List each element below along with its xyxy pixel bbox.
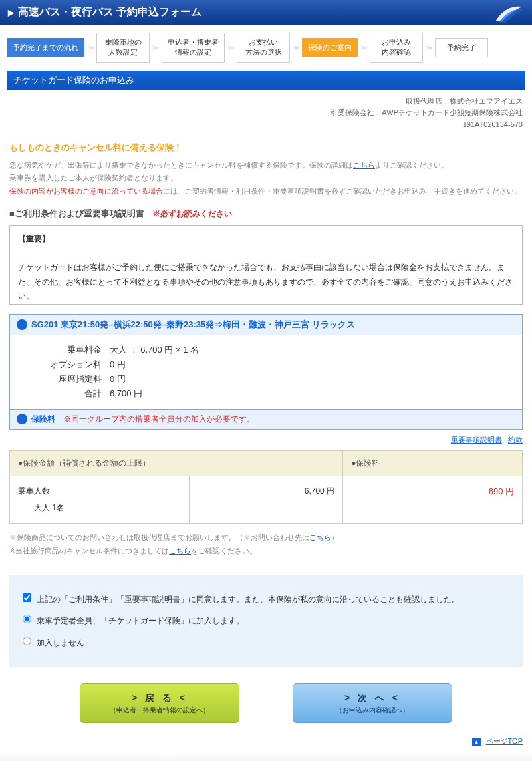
footer-note: ※保険商品についてのお問い合わせは取扱代理店までお願いします。（※お問い合わせ先… — [0, 524, 532, 566]
page-header: 高速バス・夜行バス 予約申込フォーム — [0, 0, 532, 25]
important-label: 【重要】 — [18, 232, 514, 247]
decline-radio[interactable] — [23, 637, 31, 645]
chevron-right-icon: ≫ — [360, 44, 367, 51]
agree-checkbox[interactable] — [23, 593, 31, 602]
terms-title: ■ご利用条件および重要事項説明書※必ずお読みください — [9, 208, 523, 220]
important-doc-link[interactable]: 重要事項説明書 — [451, 436, 502, 444]
step-insurance: 保険のご案内 — [302, 38, 358, 57]
step-flow: 予約完了までの流れ — [7, 38, 84, 57]
details-link[interactable]: こちら — [353, 161, 375, 169]
progress-steps: 予約完了までの流れ ≫ 乗降車地の人数設定 ≫ 申込者・搭乗者情報の設定 ≫ お… — [0, 25, 532, 71]
insurance-table: ●保険金額（補償される金額の上限） ●保険料 乗車人数 大人 1名 6,700 … — [9, 450, 523, 524]
footer-skyline — [0, 753, 532, 761]
section-header: チケットガード保険のお申込み — [7, 71, 525, 90]
trip-header: SG201 東京21:50発–横浜22:50発–秦野23:35発⇒梅田・難波・神… — [10, 315, 522, 335]
join-radio[interactable] — [23, 615, 31, 623]
chevron-right-icon: ≫ — [87, 44, 94, 51]
step-applicant: 申込者・搭乗者情報の設定 — [162, 33, 225, 63]
contact-link[interactable]: こちら — [309, 533, 331, 541]
page-top-link[interactable]: ページTOP — [486, 737, 523, 745]
chevron-right-icon: ≫ — [152, 44, 159, 51]
chevron-right-icon: ≫ — [227, 44, 234, 51]
td-amount: 6,700 円 — [189, 476, 342, 523]
chevron-right-icon: ≫ — [426, 44, 432, 51]
th-premium: ●保険料 — [343, 450, 523, 476]
description: 急な病気やケガ、出張等により搭乗できなかったときにキャンセル料を補償する保険です… — [9, 159, 523, 198]
page-top-link-wrap: ページTOP — [0, 736, 532, 753]
button-row: > 戻 る < （申込者・搭乗者情報の設定へ） > 次 へ < （お申込み内容確… — [0, 677, 532, 736]
step-boarding: 乗降車地の人数設定 — [96, 33, 150, 63]
header-logo — [492, 1, 525, 25]
th-coverage: ●保険金額（補償される金額の上限） — [10, 450, 343, 476]
agency-info: 取扱代理店：株式会社エフアイエス 引受保険会社：AWPチケットガード少額短期保険… — [0, 90, 532, 136]
chevron-right-icon: ≫ — [293, 44, 299, 51]
orange-heading: もしものときのキャンセル料に備える保険！ — [9, 142, 523, 154]
step-payment: お支払い方法の選択 — [237, 33, 290, 63]
step-complete: 予約完了 — [435, 38, 488, 57]
terms-body: チケットガードはお客様がご予約した便にご搭乗できなかった場合でも、お支払事由に該… — [18, 261, 514, 304]
step-confirm: お申込み内容確認 — [370, 33, 423, 63]
back-button[interactable]: > 戻 る < （申込者・搭乗者情報の設定へ） — [80, 683, 239, 723]
td-passengers: 乗車人数 大人 1名 — [10, 476, 190, 523]
td-premium: 690 円 — [343, 476, 523, 523]
agree-checkbox-label[interactable]: 上記の「ご利用条件」「重要事項説明書」に同意します。また、本保険が私の意向に沿っ… — [23, 590, 509, 609]
insurance-header: 保険料 ※同一グループ内の搭乗者全員分の加入が必要です。 — [9, 410, 523, 430]
trip-summary: SG201 東京21:50発–横浜22:50発–秦野23:35発⇒梅田・難波・神… — [9, 314, 523, 410]
cancel-terms-link[interactable]: こちら — [169, 547, 191, 555]
next-button[interactable]: > 次 へ < （お申込み内容確認へ） — [293, 683, 452, 723]
agreement-box: 上記の「ご利用条件」「重要事項説明書」に同意します。また、本保険が私の意向に沿っ… — [9, 575, 523, 667]
page-title: 高速バス・夜行バス 予約申込フォーム — [18, 5, 201, 19]
join-radio-label[interactable]: 乗車予定者全員、「チケットガード保険」に加入します。 — [23, 611, 509, 631]
terms-link[interactable]: 約款 — [508, 436, 523, 444]
decline-radio-label[interactable]: 加入しません — [23, 633, 509, 653]
terms-scroll-box[interactable]: 【重要】 チケットガードはお客様がご予約した便にご搭乗できなかった場合でも、お支… — [9, 225, 523, 305]
doc-links: 重要事項説明書 約款 — [0, 430, 532, 450]
